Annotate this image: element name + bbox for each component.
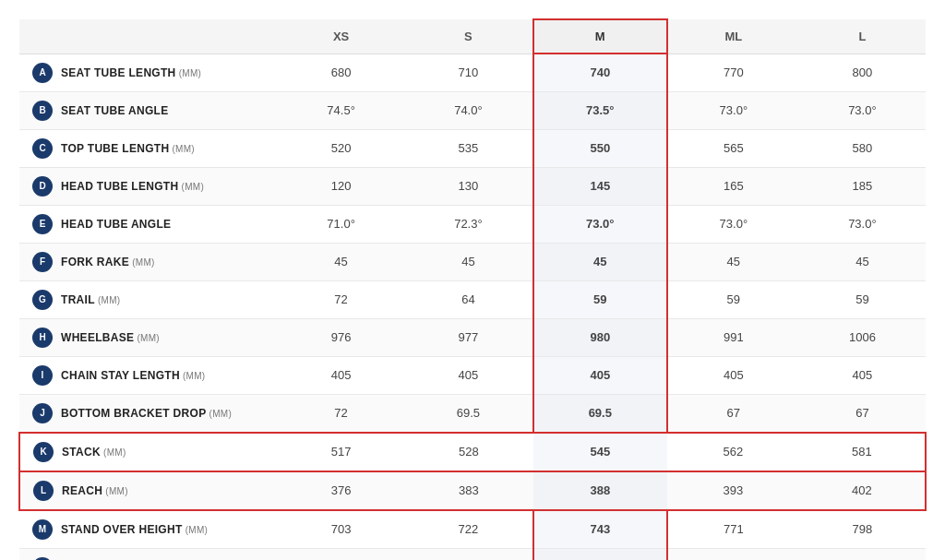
table-row: DHEAD TUBE LENGTH (mm)120130145165185 <box>19 167 926 205</box>
row-label: STACK (mm) <box>62 446 126 459</box>
cell-xs: 976 <box>278 318 404 356</box>
row-unit: (mm) <box>129 257 155 268</box>
cell-ml: 420 <box>667 548 799 560</box>
table-row: JBOTTOM BRACKET DROP (mm)7269.569.56767 <box>19 394 926 433</box>
label-cell: BSEAT TUBE ANGLE <box>19 91 278 129</box>
cell-l: 581 <box>799 433 926 471</box>
cell-ml: 73.0° <box>667 205 799 243</box>
cell-xs: 120 <box>278 167 404 205</box>
cell-l: 798 <box>799 510 926 549</box>
geometry-table: XS S M ML L ASEAT TUBE LENGTH (mm)680710… <box>18 18 927 560</box>
cell-s: 69.5 <box>404 394 533 433</box>
cell-l: 580 <box>799 129 926 167</box>
label-cell: GTRAIL (mm) <box>19 280 278 318</box>
row-label: FORK RAKE (mm) <box>61 256 155 268</box>
row-label: STAND OVER HEIGHT (mm) <box>61 523 208 536</box>
cell-l: 73.0° <box>799 91 926 129</box>
header-l: L <box>799 19 926 54</box>
cell-l: 800 <box>799 54 926 91</box>
row-unit: (mm) <box>134 333 160 343</box>
label-cell: ASEAT TUBE LENGTH (mm) <box>19 54 278 91</box>
cell-ml: 45 <box>667 243 799 280</box>
row-label: TRAIL (mm) <box>61 293 120 306</box>
row-label: CHAIN STAY LENGTH (mm) <box>61 369 206 382</box>
cell-l: 1006 <box>799 318 926 356</box>
cell-ml: 67 <box>667 394 799 433</box>
cell-xs: 680 <box>278 54 404 91</box>
cell-xs: 520 <box>278 129 404 167</box>
label-cell: FFORK RAKE (mm) <box>19 243 278 280</box>
table-row: LREACH (mm)376383388393402 <box>19 471 926 510</box>
cell-l: 59 <box>799 280 926 318</box>
row-badge: K <box>33 442 54 462</box>
row-badge: J <box>32 403 53 423</box>
header-m: M <box>533 19 667 54</box>
cell-ml: 991 <box>667 318 799 356</box>
label-cell: HWHEELBASE (mm) <box>19 318 278 356</box>
cell-ml: 771 <box>667 510 799 549</box>
cell-s: 405 <box>404 356 533 394</box>
row-unit: (mm) <box>183 525 209 535</box>
row-label: SEAT TUBE LENGTH (mm) <box>61 66 201 79</box>
cell-xs: 74.5° <box>278 91 404 129</box>
label-cell: EHEAD TUBE ANGLE <box>19 205 278 243</box>
row-badge: L <box>33 481 54 501</box>
label-cell: MSTAND OVER HEIGHT (mm) <box>19 510 278 549</box>
cell-xs: 405 <box>278 356 404 394</box>
cell-xs: 71.0° <box>278 205 404 243</box>
row-unit: (mm) <box>95 295 121 305</box>
table-row: MSTAND OVER HEIGHT (mm)703722743771798 <box>19 510 926 549</box>
cell-l: 73.0° <box>799 205 926 243</box>
row-badge: N <box>32 557 53 561</box>
cell-xs: 517 <box>278 433 404 471</box>
cell-ml: 565 <box>667 129 799 167</box>
row-badge: M <box>32 519 53 540</box>
cell-m: 740 <box>533 54 667 91</box>
cell-m: 550 <box>533 129 667 167</box>
cell-s: 64 <box>404 280 533 318</box>
header-xs: XS <box>278 19 404 54</box>
row-badge: B <box>32 101 53 121</box>
row-unit: (mm) <box>178 182 204 192</box>
row-unit: (mm) <box>101 447 126 458</box>
row-label: HEAD TUBE LENGTH (mm) <box>61 180 204 193</box>
row-badge: H <box>32 328 53 348</box>
cell-l: 440 <box>799 548 926 560</box>
header-s: S <box>404 19 533 54</box>
cell-s: 45 <box>404 243 533 280</box>
cell-m: 743 <box>533 510 667 549</box>
cell-xs: 703 <box>278 510 404 549</box>
row-badge: G <box>32 290 53 310</box>
cell-xs: 45 <box>278 243 404 280</box>
cell-ml: 562 <box>667 433 799 471</box>
cell-xs: 376 <box>278 471 404 510</box>
cell-s: 383 <box>404 471 533 510</box>
cell-xs: 400 <box>278 548 404 560</box>
row-badge: E <box>32 214 53 234</box>
table-row: HWHEELBASE (mm)9769779809911006 <box>19 318 926 356</box>
row-label: REACH (mm) <box>62 484 128 497</box>
cell-m: 545 <box>533 433 667 471</box>
cell-ml: 770 <box>667 54 799 91</box>
cell-ml: 73.0° <box>667 91 799 129</box>
row-label: WHEELBASE (mm) <box>61 331 160 344</box>
cell-s: 710 <box>404 54 533 91</box>
cell-m: 405 <box>533 356 667 394</box>
geometry-table-wrapper: XS S M ML L ASEAT TUBE LENGTH (mm)680710… <box>18 18 927 560</box>
header-row: XS S M ML L <box>19 19 926 54</box>
table-row: GTRAIL (mm)7264595959 <box>19 280 926 318</box>
row-label: BOTTOM BRACKET DROP (mm) <box>61 407 232 420</box>
cell-s: 72.3° <box>404 205 533 243</box>
header-label-col <box>19 19 278 54</box>
label-cell: NHANDLEBAR WIDTH (mm) <box>19 548 278 560</box>
cell-s: 528 <box>404 433 533 471</box>
row-badge: A <box>32 63 53 83</box>
row-badge: C <box>32 138 53 159</box>
table-row: EHEAD TUBE ANGLE71.0°72.3°73.0°73.0°73.0… <box>19 205 926 243</box>
cell-l: 45 <box>799 243 926 280</box>
cell-s: 400 <box>404 548 533 560</box>
cell-s: 74.0° <box>404 91 533 129</box>
cell-l: 185 <box>799 167 926 205</box>
table-row: BSEAT TUBE ANGLE74.5°74.0°73.5°73.0°73.0… <box>19 91 926 129</box>
cell-ml: 165 <box>667 167 799 205</box>
